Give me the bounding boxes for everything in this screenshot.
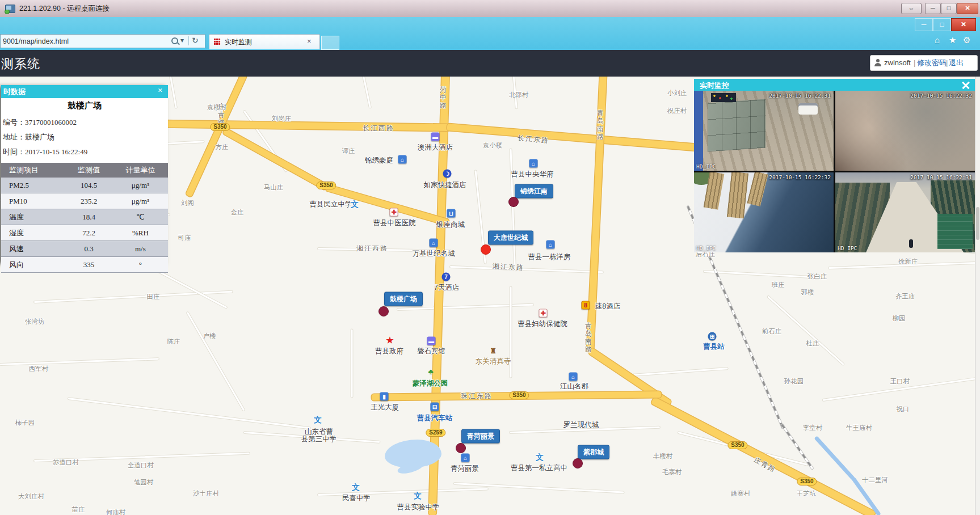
map-poi-label[interactable]: 磐石宾馆 <box>417 348 445 355</box>
live-video-panel: 实时监控 2017-10-15 16:22:31 HD_IPC 2017-10-… <box>694 79 975 252</box>
cell: 0.3 <box>65 241 112 257</box>
settings-gear-icon[interactable]: ⚙ <box>963 35 970 45</box>
moon-icon: ☽ <box>443 170 452 178</box>
window-close-button[interactable]: ✕ <box>951 18 976 31</box>
close-icon[interactable]: × <box>158 86 163 95</box>
river-line <box>814 436 855 481</box>
map-poi-label[interactable]: 曹县中央华府 <box>511 171 554 178</box>
cell: μg/m³ <box>113 178 168 193</box>
station-label[interactable]: 鼓楼广场 <box>384 292 423 306</box>
scrollbar-track[interactable] <box>975 77 980 515</box>
map-poi-label[interactable]: 蒙泽湖公园 <box>413 380 448 387</box>
table-header-row: 监测项目 监测值 计量单位 <box>1 163 168 178</box>
road-name-label: 湘江西路 <box>356 244 388 254</box>
map-poi-label[interactable]: 曹县第一私立高中 <box>511 465 567 472</box>
major-road <box>651 396 876 515</box>
map-poi-label[interactable]: 曹县妇幼保健院 <box>518 320 567 328</box>
camera-label: HD_IPC <box>696 163 716 170</box>
refresh-icon[interactable]: ↻ <box>192 36 199 45</box>
table-row: PM2.5104.5μg/m³ <box>1 178 168 193</box>
map-poi-label[interactable]: 罗兰现代城 <box>563 421 599 429</box>
map-village-label: 刘阁 <box>181 199 194 208</box>
map-poi-label[interactable]: 曹县民立中学 <box>310 201 352 208</box>
window-maximize-button[interactable]: □ <box>933 18 951 31</box>
map-poi-label[interactable]: 锦绣豪庭 <box>365 157 393 164</box>
station-label[interactable]: 青菏丽景 <box>461 429 500 444</box>
station-marker[interactable] <box>378 306 389 316</box>
road-shield: S350 <box>509 391 529 399</box>
map-village-label: 徐新庄 <box>898 258 918 266</box>
window-minimize-button[interactable]: ─ <box>915 18 933 31</box>
seven-icon: 7 <box>442 273 451 281</box>
station-label[interactable]: 锦绣江南 <box>515 184 553 199</box>
map-poi-label[interactable]: 曹县政府 <box>375 348 403 355</box>
map-poi-label[interactable]: 王光大厦 <box>371 404 399 411</box>
home-icon[interactable]: ⌂ <box>935 35 940 45</box>
change-password-link[interactable]: 修改密码 <box>917 56 947 70</box>
station-marker[interactable] <box>456 443 466 453</box>
browser-tab[interactable]: 实时监测 × <box>209 34 320 49</box>
map-village-label: 祝口 <box>897 405 910 413</box>
station-label[interactable]: 大唐世纪城 <box>488 231 533 245</box>
camera-feed-3[interactable]: 2017-10-15 16:22:32 HD_IPC <box>694 172 834 252</box>
camera-feed-1[interactable]: 2017-10-15 16:22:31 HD_IPC <box>694 91 834 171</box>
table-row: PM10235.2μg/m³ <box>1 193 168 209</box>
map-poi-label[interactable]: 万基世纪名城 <box>413 250 455 258</box>
station-marker[interactable] <box>573 458 583 468</box>
map-poi-label[interactable]: 速8酒店 <box>595 303 620 310</box>
rdp-minimize-button[interactable]: ─ <box>925 3 941 14</box>
house-icon: ⌂ <box>529 159 538 168</box>
map-poi-label[interactable]: 如家快捷酒店 <box>424 181 466 189</box>
realtime-data-panel: 时数据 × 鼓楼广场 编号：37170001060002地址：鼓楼广场时间：20… <box>1 85 168 263</box>
minor-road <box>68 398 310 429</box>
map-poi-label[interactable]: 曹县汽车站 <box>417 415 453 422</box>
camera-feed-2[interactable]: 2017-10-15 16:22:32 <box>835 91 975 171</box>
tab-close-icon[interactable]: × <box>307 37 312 45</box>
rdp-titlebar[interactable]: 221.1.202.90 - 远程桌面连接 ⇔ ─ □ ✕ <box>0 0 980 18</box>
map-poi-label[interactable]: 银座商城 <box>436 221 465 229</box>
map-poi-label[interactable]: 江山名郡 <box>560 383 588 390</box>
chevron-down-icon[interactable]: ▾ <box>180 36 184 44</box>
rdp-resize-button[interactable]: ⇔ <box>901 3 922 14</box>
station-meta-field: 地址：鼓楼广场 <box>3 132 54 142</box>
map-poi-label[interactable]: 青菏丽景 <box>451 465 479 472</box>
hotel-icon: ▬ <box>431 133 440 141</box>
camera-timestamp: 2017-10-15 16:22:32 <box>769 174 831 180</box>
map-poi-label[interactable]: 山东省曹 县第三中学 <box>301 428 337 443</box>
bus-icon: ⊟ <box>431 403 439 411</box>
cell: ° <box>113 257 168 273</box>
cell: %RH <box>113 225 168 241</box>
minor-road <box>0 358 159 365</box>
data-panel-header[interactable]: 时数据 × <box>1 85 168 98</box>
station-marker[interactable] <box>481 244 491 255</box>
map-poi-label[interactable]: 曹县一栋洋房 <box>528 254 571 261</box>
logout-link[interactable]: 退出 <box>949 56 964 70</box>
map-poi-label[interactable]: 澳洲大酒店 <box>418 144 453 151</box>
road-name-label: 珠江东路 <box>461 391 493 401</box>
camera-feed-4[interactable]: 2017 10 15 16:22:31 HD IPC <box>835 172 975 252</box>
station-meta-field: 编号：37170001060002 <box>3 117 77 128</box>
mosque-icon: ♜ <box>489 347 498 355</box>
map-poi-label[interactable]: 曹县实验中学 <box>397 504 440 511</box>
favorites-star-icon[interactable]: ★ <box>949 35 956 45</box>
expand-icon[interactable] <box>962 81 970 89</box>
house-icon: ⌂ <box>546 240 555 249</box>
map-village-label: 司庙 <box>178 234 191 242</box>
cell: PM2.5 <box>1 178 65 193</box>
search-icon[interactable] <box>171 37 178 44</box>
map-poi-label[interactable]: 东关清真寺 <box>476 358 511 365</box>
scrollbar-thumb[interactable] <box>976 207 979 240</box>
rdp-maximize-button[interactable]: □ <box>941 3 957 14</box>
new-tab-button[interactable] <box>321 36 339 50</box>
map-poi-label[interactable]: 曹县站 <box>703 343 725 351</box>
divider: | <box>946 56 948 70</box>
map-poi-label[interactable]: 7天酒店 <box>434 284 459 292</box>
map-poi-label[interactable]: 曹县中医医院 <box>373 219 416 227</box>
station-marker[interactable] <box>508 197 519 207</box>
rdp-close-button[interactable]: ✕ <box>957 3 978 14</box>
cross-icon: ✚ <box>539 309 548 318</box>
camera-timestamp: 2017-10-15 16:22:31 <box>769 92 831 99</box>
video-panel-header[interactable]: 实时监控 <box>694 79 975 91</box>
map-poi-label[interactable]: 民喜中学 <box>342 495 371 502</box>
station-label[interactable]: 紫郡城 <box>578 445 609 459</box>
